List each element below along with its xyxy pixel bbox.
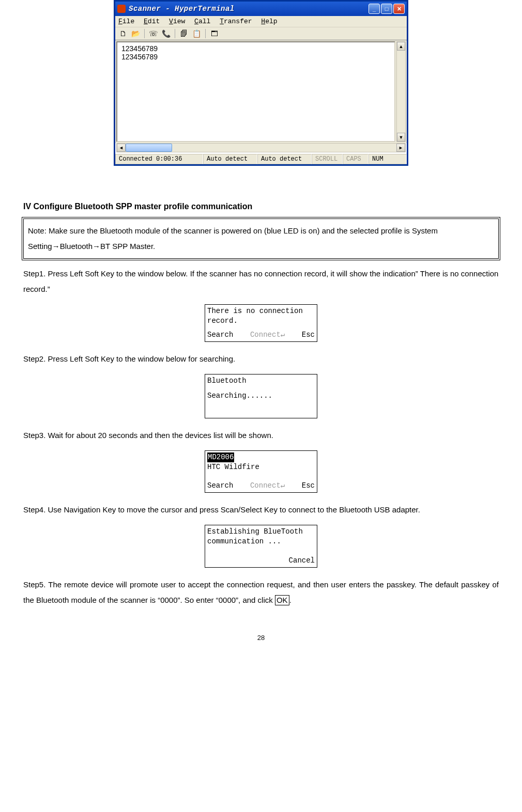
menu-call[interactable]: Call <box>194 18 210 25</box>
step5-part-b: . <box>289 596 291 604</box>
lcd-line: record. <box>207 316 315 326</box>
scroll-up-icon[interactable]: ▲ <box>397 42 405 51</box>
menu-file[interactable]: File <box>118 18 134 25</box>
status-num: NUM <box>369 154 407 164</box>
step5-part-a: Step5. The remote device will promote us… <box>23 580 499 604</box>
softkey-right: Esc <box>302 330 315 340</box>
status-connected: Connected 0:00:36 <box>115 154 203 164</box>
step2-text: Step2. Press Left Soft Key to the window… <box>23 351 499 367</box>
scroll-right-icon[interactable]: ► <box>396 144 405 152</box>
ok-button-ref: OK <box>275 595 289 605</box>
close-button[interactable]: ✕ <box>393 4 405 14</box>
step1-text: Step1. Press Left Soft Key to the window… <box>23 266 499 297</box>
step5-text: Step5. The remote device will promote us… <box>23 577 499 608</box>
statusbar: Connected 0:00:36 Auto detect Auto detec… <box>115 153 407 164</box>
menu-help[interactable]: Help <box>261 18 277 25</box>
softkey-mid: Connect↵ <box>250 481 285 491</box>
status-scroll: SCROLL <box>312 154 343 164</box>
separator <box>144 29 145 38</box>
lcd-line: Searching...... <box>207 391 315 401</box>
status-detect: Auto detect <box>257 154 312 164</box>
disconnect-icon[interactable]: 📞 <box>161 29 171 38</box>
status-caps: CAPS <box>343 154 369 164</box>
connect-icon[interactable]: ☏ <box>149 29 158 38</box>
output-line: 123456789 <box>121 44 390 53</box>
separator <box>175 29 175 38</box>
minimize-button[interactable]: _ <box>369 4 380 14</box>
page-number: 28 <box>23 634 499 642</box>
properties-icon[interactable]: 🗔 <box>210 29 219 38</box>
terminal-output[interactable]: 123456789 123456789 <box>116 41 395 142</box>
softkey-left: Search <box>207 481 233 491</box>
receive-icon[interactable]: 📋 <box>192 29 201 38</box>
titlebar: Scanner - HyperTerminal _ □ ✕ <box>115 2 407 16</box>
lcd-line: Bluetooth <box>207 376 315 386</box>
section-heading: IV Configure Bluetooth SPP master profil… <box>23 202 499 211</box>
lcd-screen-3: MD2006 HTC Wildfire Search Connect↵ Esc <box>205 450 317 493</box>
scroll-thumb[interactable] <box>126 144 172 152</box>
scroll-down-icon[interactable]: ▼ <box>397 133 405 142</box>
step3-text: Step3. Wait for about 20 seconds and the… <box>23 428 499 443</box>
hyperterminal-window: Scanner - HyperTerminal _ □ ✕ File Edit … <box>114 0 408 166</box>
window-title: Scanner - HyperTerminal <box>129 5 369 13</box>
separator <box>205 29 206 38</box>
lcd-screen-1: There is no connection record. Search Co… <box>205 304 317 342</box>
softkey-mid: Connect↵ <box>250 330 285 340</box>
menubar: File Edit View Call Transfer Help <box>115 16 407 27</box>
send-icon[interactable]: 🗐 <box>179 29 189 38</box>
vertical-scrollbar[interactable]: ▲ ▼ <box>396 41 406 142</box>
open-icon[interactable]: 📂 <box>131 29 140 38</box>
app-icon <box>117 5 126 13</box>
softkey-left: Search <box>207 330 233 340</box>
lcd-screen-4: Establishing BlueTooth communication ...… <box>205 525 317 568</box>
scroll-track[interactable] <box>397 51 405 133</box>
note-box: Note: Make sure the Bluetooth module of … <box>23 218 499 259</box>
new-icon[interactable]: 🗋 <box>118 29 128 38</box>
lcd-line: communication ... <box>207 537 315 546</box>
softkey-right: Esc <box>302 481 315 491</box>
scroll-track[interactable] <box>172 144 396 152</box>
lcd-line: Establishing BlueTooth <box>207 527 315 537</box>
lcd-selected-item: MD2006 <box>207 452 234 462</box>
menu-edit[interactable]: Edit <box>144 18 160 25</box>
menu-transfer[interactable]: Transfer <box>220 18 252 25</box>
lcd-line: There is no connection <box>207 306 315 316</box>
horizontal-scrollbar[interactable]: ◄ ► <box>116 143 406 152</box>
maximize-button[interactable]: □ <box>381 4 392 14</box>
menu-view[interactable]: View <box>169 18 185 25</box>
softkey-cancel: Cancel <box>207 556 315 566</box>
output-line: 123456789 <box>121 53 390 61</box>
lcd-screen-2: Bluetooth Searching...... <box>205 374 317 418</box>
lcd-line: HTC Wildfire <box>207 462 315 472</box>
step4-text: Step4. Use Navigation Key to move the cu… <box>23 502 499 518</box>
status-detect: Auto detect <box>203 154 257 164</box>
scroll-left-icon[interactable]: ◄ <box>117 144 126 152</box>
toolbar: 🗋 📂 ☏ 📞 🗐 📋 🗔 <box>115 27 407 40</box>
